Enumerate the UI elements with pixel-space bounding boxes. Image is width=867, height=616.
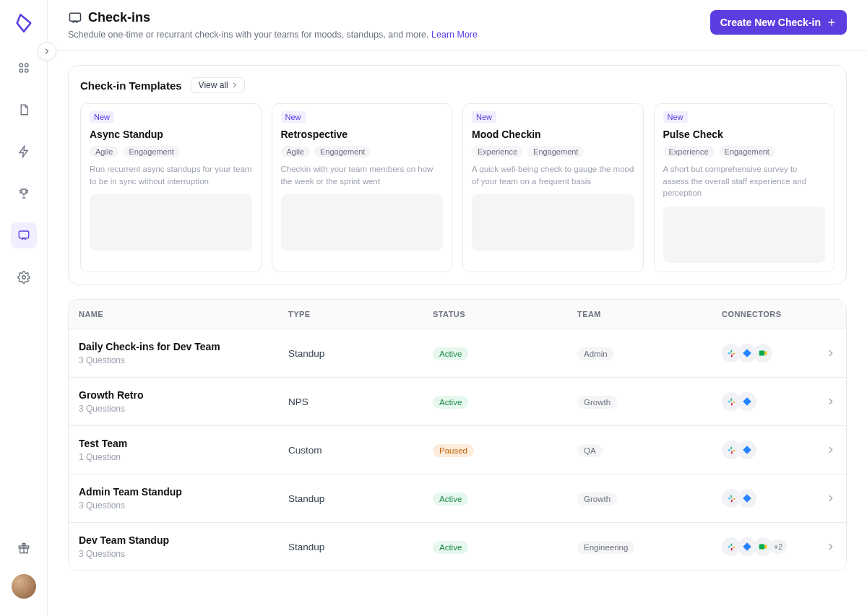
chevron-right-icon: [231, 82, 238, 89]
nav-awards[interactable]: [11, 181, 37, 207]
page-subtitle: Schedule one-time or recurrant check-ins…: [68, 30, 478, 40]
row-type: NPS: [288, 396, 433, 407]
svg-rect-9: [728, 352, 730, 354]
template-card[interactable]: New Async Standup AgileEngagement Run re…: [80, 103, 262, 272]
template-name: Retrospective: [281, 129, 444, 140]
new-badge: New: [472, 111, 496, 123]
svg-rect-26: [728, 546, 730, 547]
learn-more-link[interactable]: Learn More: [431, 30, 478, 40]
th-status: STATUS: [433, 310, 577, 318]
svg-rect-25: [730, 499, 732, 502]
row-questions-count: 3 Questions: [79, 549, 288, 559]
connectors-cell: +2: [722, 537, 807, 556]
chevron-right-icon: [807, 445, 836, 455]
template-card[interactable]: New Mood Checkin ExperienceEngagement A …: [462, 103, 644, 272]
more-connectors-badge: +2: [769, 539, 787, 554]
row-name: Daily Check-ins for Dev Team: [79, 341, 288, 352]
table-row[interactable]: Admin Team Standup 3 Questions Standup A…: [69, 474, 846, 522]
svg-rect-11: [732, 352, 735, 354]
template-tag: Engagement: [527, 146, 584, 157]
new-badge: New: [281, 111, 306, 123]
template-tag: Engagement: [314, 146, 371, 157]
page-header: Check-ins Schedule one-time or recurrant…: [48, 0, 867, 51]
chevron-right-icon: [807, 396, 836, 407]
jira-connector-icon: [738, 441, 756, 459]
checkins-icon: [68, 11, 82, 25]
row-questions-count: 3 Questions: [79, 355, 288, 365]
row-questions-count: 3 Questions: [79, 500, 288, 511]
row-type: Standup: [288, 493, 433, 504]
team-badge: Admin: [577, 347, 614, 360]
nav-dashboard[interactable]: [11, 55, 37, 81]
view-all-templates-button[interactable]: View all: [191, 77, 245, 93]
template-card[interactable]: New Pulse Check ExperienceEngagement A s…: [654, 103, 835, 272]
template-name: Mood Checkin: [472, 129, 634, 140]
svg-rect-20: [732, 449, 735, 451]
svg-rect-13: [759, 351, 765, 356]
plus-icon: [827, 17, 837, 27]
template-tag: Engagement: [719, 146, 775, 157]
status-badge: Active: [433, 493, 468, 506]
table-row[interactable]: Test Team 1 Question Custom Paused QA: [69, 425, 846, 474]
user-avatar[interactable]: [12, 574, 36, 599]
connectors-cell: [722, 392, 807, 411]
app-logo: [12, 12, 35, 35]
gmeet-connector-icon: [754, 344, 772, 363]
expand-sidebar-button[interactable]: [38, 42, 56, 61]
svg-point-3: [25, 69, 28, 73]
svg-point-5: [22, 276, 25, 279]
svg-rect-22: [728, 498, 730, 499]
create-checkin-button[interactable]: Create New Check-in: [710, 10, 847, 35]
row-type: Custom: [288, 445, 433, 456]
template-description: A quick well-being check to gauge the mo…: [472, 163, 634, 187]
svg-rect-24: [732, 498, 735, 499]
svg-rect-29: [730, 547, 732, 550]
nav-documents[interactable]: [11, 97, 37, 123]
svg-rect-27: [730, 543, 732, 546]
nav-checkins[interactable]: [11, 222, 37, 248]
th-team: TEAM: [577, 310, 722, 318]
row-name: Admin Team Standup: [79, 486, 288, 498]
svg-rect-21: [730, 451, 732, 454]
templates-title: Check-in Templates: [80, 79, 182, 92]
status-badge: Active: [433, 396, 468, 409]
row-questions-count: 1 Question: [79, 452, 288, 462]
template-name: Async Standup: [90, 129, 252, 140]
template-description: Checkin with your team members on how th…: [281, 163, 444, 187]
svg-rect-12: [730, 354, 732, 357]
new-badge: New: [90, 111, 114, 123]
table-row[interactable]: Dev Team Standup 3 Questions Standup Act…: [69, 522, 846, 571]
template-card[interactable]: New Retrospective AgileEngagement Checki…: [272, 103, 453, 272]
page-title: Check-ins: [88, 10, 150, 25]
template-name: Pulse Check: [663, 129, 826, 140]
row-type: Standup: [288, 348, 433, 359]
svg-point-0: [20, 64, 23, 67]
connectors-cell: [722, 441, 807, 459]
template-tag: Experience: [472, 146, 523, 157]
table-row[interactable]: Growth Retro 3 Questions NPS Active Grow…: [69, 377, 846, 425]
svg-rect-23: [730, 495, 732, 498]
template-tag: Agile: [281, 146, 310, 157]
row-questions-count: 3 Questions: [79, 404, 288, 414]
nav-gift[interactable]: [11, 535, 37, 561]
row-name: Test Team: [79, 438, 288, 449]
table-row[interactable]: Daily Check-ins for Dev Team 3 Questions…: [69, 329, 846, 377]
svg-rect-8: [70, 13, 81, 21]
chevron-right-icon: [807, 348, 836, 358]
connectors-cell: [722, 489, 807, 508]
nav-settings[interactable]: [11, 264, 37, 290]
connectors-cell: [722, 344, 807, 363]
status-badge: Active: [433, 541, 468, 554]
svg-rect-10: [730, 350, 732, 352]
team-badge: QA: [577, 444, 603, 457]
template-tag: Experience: [663, 146, 715, 157]
row-name: Dev Team Standup: [79, 534, 288, 546]
template-description: A short but comprehensive survey to asse…: [663, 163, 826, 199]
nav-activity[interactable]: [11, 139, 37, 165]
template-thumbnail: [281, 194, 444, 251]
sidebar: [0, 0, 48, 616]
svg-rect-28: [732, 546, 735, 547]
team-badge: Growth: [577, 493, 617, 506]
template-tag: Engagement: [123, 146, 179, 157]
templates-panel: Check-in Templates View all New Async St…: [68, 65, 847, 285]
